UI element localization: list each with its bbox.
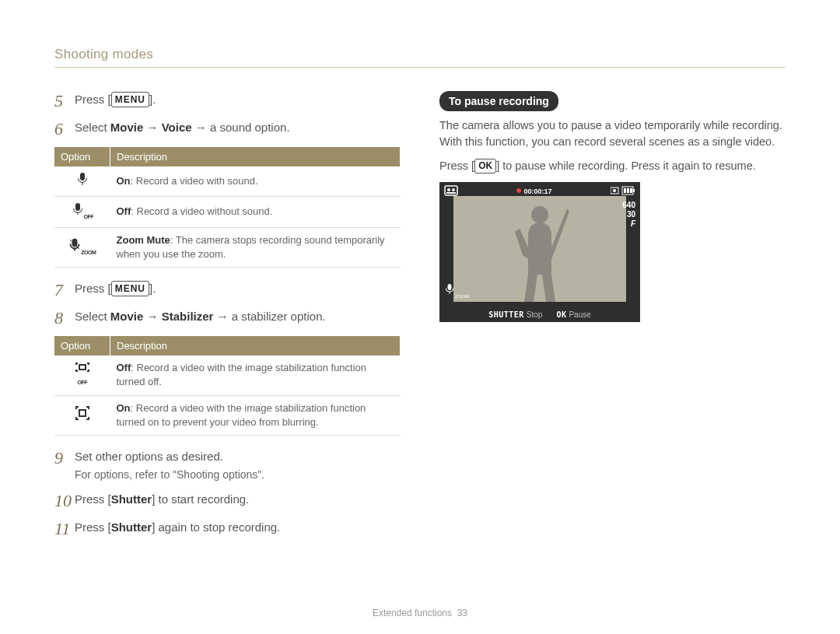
th-description: Description: [110, 147, 401, 166]
movie-label: Movie: [110, 121, 144, 134]
text: Press [: [75, 520, 111, 534]
step-body: Select Movie → Stabilizer → a stabilizer…: [75, 308, 326, 326]
text: ] to start recording.: [152, 492, 249, 506]
svg-rect-10: [624, 188, 626, 193]
section-header: Shooting modes: [54, 47, 786, 68]
right-column: To pause recording The camera allows you…: [439, 91, 786, 547]
step-number: 8: [54, 308, 75, 328]
arrow: →: [143, 121, 161, 134]
text: Press [: [75, 93, 111, 106]
text: ] to pause while recording. Press it aga…: [496, 159, 756, 172]
voice-options-table: Option Description On: Record a video wi…: [54, 147, 401, 268]
step-5: 5 Press [MENU].: [54, 91, 401, 111]
ok-action: Pause: [569, 310, 590, 319]
td-desc: Zoom Mute: The camera stops recording so…: [110, 227, 401, 267]
text: ].: [149, 282, 156, 295]
svg-rect-13: [633, 189, 635, 192]
svg-rect-11: [627, 188, 629, 193]
arrow: →: [143, 310, 161, 323]
mic-on-icon: [76, 172, 89, 191]
th-option: Option: [54, 147, 110, 166]
text: : Record a video without sound.: [131, 205, 272, 217]
text: Select: [75, 121, 110, 134]
text: : Record a video with the image stabiliz…: [117, 362, 367, 387]
text: : Record a video with the image stabiliz…: [117, 402, 366, 428]
shutter-key-label: SHUTTER: [488, 310, 524, 319]
arrow: →: [213, 310, 231, 323]
svg-rect-0: [79, 365, 86, 370]
table-row: On: Record a video with sound.: [54, 166, 401, 197]
th-description: Description: [110, 336, 401, 356]
step-8: 8 Select Movie → Stabilizer → a stabiliz…: [54, 308, 401, 328]
resolution-indicator: 640: [622, 201, 635, 210]
svg-point-2: [531, 206, 548, 223]
pause-recording-heading: To pause recording: [439, 91, 558, 111]
step-number: 6: [54, 119, 75, 139]
off-label: Off: [117, 362, 131, 373]
th-option: Option: [54, 336, 110, 356]
step-body: Press [Shutter] again to stop recording.: [75, 519, 280, 537]
stabilizer-label: Stabilizer: [162, 310, 214, 323]
ok-key-label: OK: [556, 310, 566, 319]
stabilizer-off-icon: OFF: [75, 362, 90, 387]
step-number: 10: [54, 491, 75, 511]
td-desc: On: Record a video with the image stabil…: [110, 395, 401, 435]
svg-point-5: [452, 188, 455, 191]
on-label: On: [117, 175, 131, 187]
text: a stabilizer option.: [232, 310, 326, 323]
td-desc: Off: Record a video without sound.: [110, 197, 401, 227]
svg-point-4: [447, 188, 450, 191]
storage-battery-icon: [611, 186, 635, 195]
fps-indicator: 30: [627, 210, 635, 219]
td-desc: On: Record a video with sound.: [110, 166, 401, 197]
camera-preview-screen: 00:00:17 640 30 F ZOOM SHUTTERStop OKPau…: [439, 182, 640, 322]
paragraph: Press [OK] to pause while recording. Pre…: [439, 158, 786, 174]
step-number: 7: [54, 280, 75, 300]
step-number: 5: [54, 91, 75, 111]
stabilizer-on-icon: [75, 405, 90, 426]
shutter-action: Stop: [527, 310, 543, 319]
recording-timer: 00:00:17: [523, 187, 551, 195]
off-label: Off: [117, 205, 131, 217]
text: Set other options as desired.: [75, 448, 264, 466]
shutter-label: Shutter: [111, 492, 152, 506]
menu-button-label: MENU: [111, 92, 149, 107]
step-10: 10 Press [Shutter] to start recording.: [54, 491, 401, 511]
left-column: 5 Press [MENU]. 6 Select Movie → Voice →…: [54, 91, 401, 547]
menu-button-label: MENU: [111, 281, 149, 296]
step-7: 7 Press [MENU].: [54, 280, 401, 300]
mic-off-icon: OFF: [72, 202, 94, 221]
page-footer: Extended functions 33: [0, 608, 840, 618]
step-number: 11: [54, 519, 75, 539]
arrow: →: [192, 121, 210, 134]
voice-label: Voice: [162, 121, 192, 134]
record-dot-icon: [516, 188, 521, 193]
step-9: 9 Set other options as desired. For opti…: [54, 448, 401, 484]
svg-rect-3: [445, 186, 457, 195]
text: Press [: [75, 282, 111, 295]
shutter-label: Shutter: [111, 520, 152, 534]
text: ].: [149, 93, 156, 106]
step-body: Press [MENU].: [75, 91, 156, 109]
step-body: Press [Shutter] to start recording.: [75, 491, 249, 509]
text: ] again to stop recording.: [152, 520, 280, 534]
step-body: Press [MENU].: [75, 280, 156, 298]
svg-rect-1: [79, 410, 86, 416]
mic-zoom-indicator-icon: ZOOM: [444, 283, 469, 299]
step-6: 6 Select Movie → Voice → a sound option.: [54, 119, 401, 139]
paragraph: The camera allows you to pause a video t…: [439, 117, 786, 150]
text: : Record a video with sound.: [131, 175, 258, 187]
table-row: OFF Off: Record a video without sound.: [54, 197, 401, 227]
text: Press [: [75, 492, 111, 506]
mic-zoom-mute-icon: ZOOM: [68, 238, 96, 257]
on-label: On: [117, 402, 131, 414]
svg-rect-12: [630, 188, 632, 193]
svg-rect-6: [446, 192, 456, 194]
table-row: On: Record a video with the image stabil…: [54, 395, 401, 435]
zoom-mute-label: Zoom Mute: [117, 234, 170, 246]
fps-unit: F: [622, 219, 635, 229]
td-desc: Off: Record a video with the image stabi…: [110, 356, 401, 395]
svg-point-8: [613, 189, 616, 192]
step-body: Select Movie → Voice → a sound option.: [75, 119, 290, 137]
movie-label: Movie: [110, 310, 144, 323]
